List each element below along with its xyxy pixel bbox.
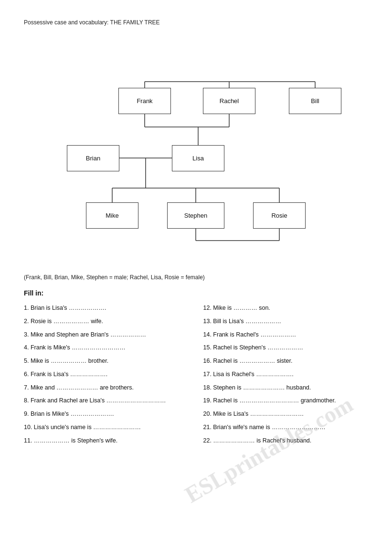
q8: 8. Frank and Rachel are Lisa's …………………………	[24, 396, 189, 405]
q6: 6. Frank is Lisa's ……………….	[24, 370, 189, 379]
node-mike: Mike	[86, 202, 138, 229]
page-title: Possessive case and vocabulary: THE FAMI…	[24, 19, 368, 26]
family-tree: Frank Rachel Bill Brian Lisa Mike Stephe…	[24, 40, 368, 260]
q18: 18. Stephen is ………………… husband.	[203, 383, 369, 392]
q5: 5. Mike is ……………… brother.	[24, 357, 189, 366]
q17: 17. Lisa is Rachel's ……………….	[203, 370, 369, 379]
node-rachel: Rachel	[203, 88, 255, 114]
node-rosie: Rosie	[253, 202, 306, 229]
q22: 22. ………………… is Rachel's husband.	[203, 436, 369, 445]
q21: 21. Brian's wife's name is ………………………	[203, 423, 369, 432]
q2: 2. Rosie is ……………… wife.	[24, 317, 189, 326]
q7: 7. Mike and ………………… are brothers.	[24, 383, 189, 392]
q3: 3. Mike and Stephen are Brian's ………………	[24, 330, 189, 339]
q12: 12. Mike is ………… son.	[203, 304, 369, 313]
q16: 16. Rachel is ……………… sister.	[203, 357, 369, 366]
q9: 9. Brian is Mike's ………………….	[24, 410, 189, 419]
questions-right: 12. Mike is ………… son. 13. Bill is Lisa's…	[203, 304, 369, 449]
q20: 20. Mike is Lisa's ………………………	[203, 410, 369, 419]
questions-grid: 1. Brian is Lisa's ………………. 2. Rosie is ……	[24, 304, 368, 449]
q13: 13. Bill is Lisa's ………………	[203, 317, 369, 326]
node-stephen: Stephen	[167, 202, 224, 229]
node-frank: Frank	[118, 88, 171, 114]
fill-in-title: Fill in:	[24, 289, 368, 297]
q14: 14. Frank is Rachel's ………………	[203, 330, 369, 339]
q4: 4. Frank is Mike's ………………………	[24, 343, 189, 352]
q19: 19. Rachel is ………………………… grandmother.	[203, 396, 369, 405]
node-brian: Brian	[67, 145, 119, 171]
q1: 1. Brian is Lisa's ……………….	[24, 304, 189, 313]
node-bill: Bill	[289, 88, 341, 114]
questions-left: 1. Brian is Lisa's ………………. 2. Rosie is ……	[24, 304, 189, 449]
q11: 11. ……………… is Stephen's wife.	[24, 436, 189, 445]
q10: 10. Lisa's uncle's name is ……………………	[24, 423, 189, 432]
q15: 15. Rachel is Stephen's ………………	[203, 343, 369, 352]
gender-note: (Frank, Bill, Brian, Mike, Stephen = mal…	[24, 274, 368, 281]
node-lisa: Lisa	[172, 145, 224, 171]
